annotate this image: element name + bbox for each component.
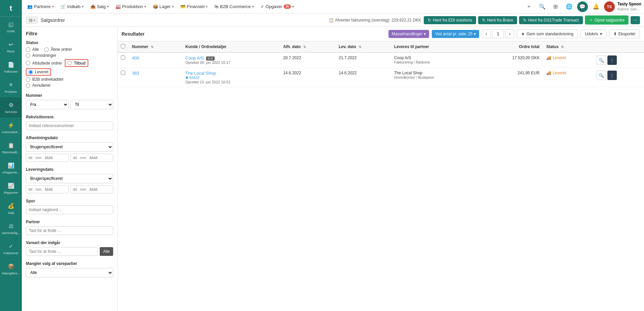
opret-salgsordre-button[interactable]: ＋ Opret salgsordre (585, 15, 629, 25)
row-checkbox[interactable] (121, 71, 125, 75)
add-button[interactable]: ＋ (523, 1, 534, 12)
nummer-from-select[interactable]: Fra (26, 100, 68, 109)
radio-annulleret[interactable] (26, 83, 30, 88)
lev-date-from[interactable] (26, 185, 68, 193)
row-afh-dato: 14.6.2022 (280, 68, 335, 87)
order-link[interactable]: 383 (132, 71, 139, 76)
spor-input[interactable] (26, 205, 113, 214)
afh-date-to[interactable] (71, 154, 113, 162)
kunde-name[interactable]: The Local Shop (185, 71, 276, 76)
status-label: Status (26, 40, 113, 45)
lev-date-to[interactable] (71, 185, 113, 193)
sidebar-item-automatisk[interactable]: ⚡ Automatisk... (0, 118, 22, 138)
kunde-link[interactable]: ✱ 65432 (185, 76, 276, 80)
hent-gs1-button[interactable]: ↻ Hent fra GS1Trade Transact (519, 16, 583, 24)
globe-button[interactable]: 🌐 (564, 1, 574, 12)
row-checkbox[interactable] (121, 55, 125, 60)
sidebar-item-faktureret[interactable]: ✓ Faktureret (0, 239, 22, 259)
sidebar-item-ordre[interactable]: ◱ Ordre (0, 17, 22, 37)
nav-finansiel[interactable]: 💳 Finansiel ▾ (178, 3, 210, 10)
radio-tilbud[interactable] (67, 61, 72, 65)
kunde-name[interactable]: Coop A/S (185, 55, 204, 61)
udskriv-button[interactable]: Udskriv ▾ (581, 30, 606, 38)
grid-button[interactable]: ⊞ (550, 1, 561, 12)
sidebar-item-maengdere[interactable]: 📦 Mængdere... (0, 259, 22, 279)
leveringsdato-select[interactable]: Brugerspecificeret (26, 174, 113, 183)
col-status[interactable]: Status ⇅ (543, 41, 593, 52)
eksporter-button[interactable]: ⬆ Eksportér (609, 30, 640, 38)
back-button[interactable]: ◷ › (26, 16, 38, 24)
user-sub: Katrine Søn... (617, 7, 641, 11)
filter-annulleret[interactable]: Annulleret (26, 83, 113, 88)
sidebar-logo: t (0, 0, 22, 17)
page-input[interactable] (492, 30, 504, 38)
chat-button[interactable]: 💬 (577, 1, 588, 12)
mangler-select[interactable]: Alle (26, 268, 113, 277)
vareart-alle-button[interactable]: Alle (100, 247, 113, 256)
sidebar-item-fakturaer[interactable]: 📄 Fakturaer (0, 57, 22, 77)
filter-b2b[interactable]: B2B ordrekladder (26, 77, 113, 82)
afhentningsdato-label: Afhentningsdato (26, 135, 113, 140)
page-prev-button[interactable]: ‹ (482, 30, 491, 38)
radio-abne[interactable] (44, 47, 49, 52)
filter-leveret[interactable]: Leveret (26, 68, 51, 76)
nav-salg[interactable]: 📤 Salg ▾ (88, 3, 111, 10)
nav-partnere[interactable]: 👥 Partnere ▾ (25, 3, 56, 10)
nav-produktion[interactable]: 🏭 Produktion ▾ (113, 3, 149, 10)
afh-date-from[interactable] (26, 154, 68, 162)
partner-input[interactable] (26, 226, 113, 235)
col-leveres-til[interactable]: Leveres til partner (391, 41, 478, 52)
col-ordre-total[interactable]: Ordre total (478, 41, 543, 52)
search-button[interactable]: 🔍 (537, 1, 548, 12)
radio-afsluttede[interactable] (26, 61, 30, 65)
bell-button[interactable]: 🔔 (591, 1, 601, 12)
select-all-checkbox[interactable] (121, 44, 125, 48)
order-link[interactable]: 400 (132, 55, 139, 61)
radio-b2b[interactable] (26, 77, 30, 82)
sidebar-item-services[interactable]: ⚙ Services (0, 98, 22, 118)
sidebar-item-prislister[interactable]: ≡ Prislister (0, 77, 22, 98)
filter-anmodninger[interactable]: Anmodninger (26, 53, 113, 58)
sidebar-item-retur[interactable]: ↩ Retur (0, 37, 22, 57)
filter-afsluttede[interactable]: Afsluttede ordrer (26, 61, 62, 66)
sidebar-item-sammenlig[interactable]: ⚖ Sammenlig... (0, 219, 22, 239)
afhentningsdato-filter: Afhentningsdato Brugerspecificeret (26, 135, 113, 162)
extra-button[interactable]: ⋯ (631, 16, 640, 24)
col-lev-dato[interactable]: Lev. dato ⇅ (335, 41, 391, 52)
hent-edi-button[interactable]: ↻ Hent fra EDI solutions (424, 16, 476, 24)
massehandlinger-button[interactable]: Massehandlinger ▾ (388, 30, 429, 38)
vareart-input[interactable] (26, 247, 98, 256)
nav-opgaver[interactable]: ✓ Opgaver 36 ▾ (258, 3, 296, 10)
search-row-button[interactable]: 🔍 (597, 55, 606, 65)
action-buttons: ↻ Hent fra EDI solutions ↻ Hent fra Brav… (424, 15, 640, 25)
filter-alle[interactable]: Alle (26, 47, 39, 52)
tilbud-filter-box[interactable]: Tilbud (65, 59, 88, 67)
radio-leveret[interactable] (29, 70, 33, 74)
page-next-button[interactable]: › (505, 30, 514, 38)
row-kunde: The Local Shop ✱ 65432 Oprettet 13. jun … (182, 68, 280, 87)
gem-som-button[interactable]: ★ Gem som standardvisning (517, 30, 578, 38)
nav-indkob[interactable]: 🛒 Indkøb ▾ (58, 3, 86, 10)
rekvisitionsnr-input[interactable] (26, 121, 113, 130)
col-nummer[interactable]: Nummer ⇅ (129, 41, 182, 52)
sidebar-item-rammeaft[interactable]: 📋 Rammeaft... (0, 138, 22, 158)
more-row-button[interactable]: ⋮ (607, 71, 617, 80)
status-filter: Status Alle Åbne ordrer Anmodninger (26, 40, 113, 88)
more-row-button[interactable]: ⋮ (607, 55, 617, 65)
afhentningsdato-select[interactable]: Brugerspecificeret (26, 142, 113, 152)
sidebar-item-afrapporte[interactable]: 📊 Afrapporte... (0, 158, 22, 178)
chevron-down-icon: ▾ (292, 5, 294, 8)
vist-antal-button[interactable]: Vist antal pr. side: 25 ▾ (432, 30, 479, 38)
col-kunde[interactable]: Kunde / Ordredetaljer (182, 41, 280, 52)
nav-lager[interactable]: 📦 Lager ▾ (150, 3, 176, 10)
hent-bravo-button[interactable]: ↻ Hent fra Bravo (478, 16, 517, 24)
filter-abne-ordrer[interactable]: Åbne ordrer (44, 47, 72, 52)
search-row-button[interactable]: 🔍 (597, 71, 606, 80)
sidebar-item-rapporter[interactable]: 📈 Rapporter (0, 178, 22, 198)
radio-alle[interactable] (26, 47, 30, 52)
nummer-to-select[interactable]: Til (71, 100, 113, 109)
col-afh-dato[interactable]: Afh. dato ⇅ (280, 41, 335, 52)
radio-anmodninger[interactable] (26, 53, 30, 58)
sidebar-item-salg[interactable]: 💰 Salg (0, 198, 22, 219)
nav-b2bcommerce[interactable]: 🛍 B2B Commerce ▾ (212, 3, 257, 10)
